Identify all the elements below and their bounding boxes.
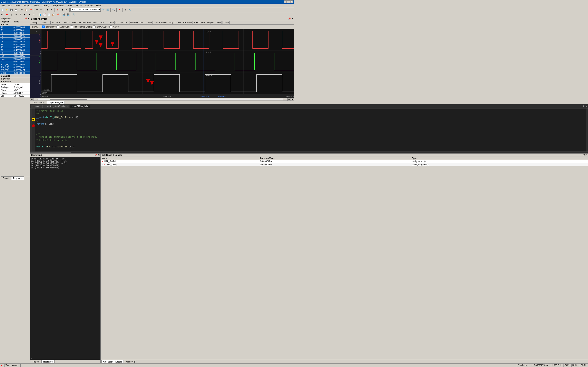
- table-row[interactable]: R80x40010800: [0, 49, 30, 52]
- minimize-button[interactable]: ─: [284, 0, 287, 3]
- table-row[interactable]: R120x4001000C: [0, 60, 30, 63]
- debug-step-over-button[interactable]: ⤾: [14, 13, 18, 17]
- menu-window[interactable]: Window: [84, 4, 94, 7]
- tab-disassembly[interactable]: Disassembly: [31, 101, 46, 104]
- la-cursor-checkbox[interactable]: [109, 25, 112, 28]
- menu-edit[interactable]: Edit: [8, 4, 13, 7]
- registers-close-icon[interactable]: ✕: [27, 17, 29, 20]
- code-scroll-thumb-h[interactable]: [30, 152, 71, 153]
- close-button[interactable]: ✕: [290, 0, 293, 3]
- table-row[interactable]: R70x40010C00: [0, 46, 30, 49]
- la-zoom-out-button[interactable]: Out: [119, 21, 124, 24]
- la-pin-icon[interactable]: 📌: [288, 17, 291, 20]
- code-content[interactable]: * @retval tick value */ __weak uint32_t …: [35, 108, 294, 151]
- la-trace-button[interactable]: Trace: [223, 21, 230, 24]
- la-showcycles-checkbox[interactable]: [93, 25, 95, 28]
- nav-back-button[interactable]: ◀: [45, 8, 49, 12]
- registers-pin-icon[interactable]: 📌: [25, 17, 27, 20]
- menu-view[interactable]: View: [15, 4, 21, 7]
- table-row[interactable]: ▶ HAL_GetTick 0x080004EA unsigned int f(…: [101, 160, 294, 163]
- view-btn-3[interactable]: 📉: [47, 13, 51, 17]
- debug-step-out-button[interactable]: ⤴: [18, 13, 22, 17]
- debug-step2-button[interactable]: ⬇: [32, 13, 36, 17]
- view-btn-4[interactable]: 📋: [51, 13, 55, 17]
- la-scrollbar[interactable]: ◀ ▶ ▶: [30, 98, 294, 100]
- cut-button[interactable]: ✂: [20, 8, 24, 12]
- la-amplitude-checkbox[interactable]: [56, 25, 59, 28]
- tab-logic-analyzer[interactable]: Logic Analyzer: [47, 101, 65, 104]
- menu-peripherals[interactable]: Peripherals: [52, 4, 65, 7]
- function-dropdown[interactable]: HAL_GPIO_EXTI_Callback: [70, 8, 101, 12]
- debug-step-in-button[interactable]: ⤵: [9, 13, 13, 17]
- la-load-button[interactable]: Load...: [41, 21, 49, 24]
- debug-run-button[interactable]: ▶: [23, 13, 27, 17]
- menu-flash[interactable]: Flash: [33, 4, 40, 7]
- grid-button[interactable]: ⊞: [123, 8, 127, 12]
- table-row[interactable]: R20x00000001: [0, 32, 30, 35]
- table-row[interactable]: R15 (PC)0x080004EA: [0, 69, 30, 72]
- la-code-button[interactable]: Code: [215, 21, 222, 24]
- la-zoom-in-button[interactable]: In: [114, 21, 118, 24]
- waveform-svg-container[interactable]: 1, d: 1 0, d: 0 0, d: -1: [42, 29, 294, 98]
- command-pin-icon[interactable]: 📌: [95, 154, 97, 156]
- save-all-button[interactable]: 💾: [14, 8, 18, 12]
- table-row[interactable]: R40x00000065: [0, 38, 30, 40]
- nav-fwd-button[interactable]: ▶: [50, 8, 54, 12]
- la-clear-button[interactable]: Clear: [175, 21, 182, 24]
- table-row[interactable]: R90x40010C00: [0, 52, 30, 55]
- la-stop-button[interactable]: Stop: [168, 21, 174, 24]
- table-row[interactable]: R14 (LR)0x08000081: [0, 66, 30, 69]
- extra-btn-1[interactable]: 🔧: [72, 13, 76, 17]
- open-file-button[interactable]: 📂: [5, 8, 9, 12]
- la-signal-info-checkbox[interactable]: [42, 25, 45, 28]
- view-btn-1[interactable]: 📊: [38, 13, 42, 17]
- mem-btn-1[interactable]: 💾: [62, 13, 66, 17]
- table-row[interactable]: R13 (SP)0x20000068: [0, 63, 30, 66]
- bookmark-next-button[interactable]: ▶: [65, 8, 69, 12]
- table-row[interactable]: + ▶ HAL_Delay 0x080002B0 void f(unsigned…: [101, 163, 294, 166]
- debug-button[interactable]: ●: [117, 8, 121, 12]
- tab-registers[interactable]: Registers: [11, 176, 24, 180]
- save-button[interactable]: 💾: [9, 8, 13, 12]
- menu-svcs[interactable]: SVCS: [75, 4, 82, 7]
- mem-btn-2[interactable]: 💾: [66, 13, 70, 17]
- cs-expand-1[interactable]: +: [102, 164, 103, 166]
- view-btn-2[interactable]: 📈: [42, 13, 46, 17]
- redo-button[interactable]: ↪: [39, 8, 43, 12]
- la-scroll-thumb[interactable]: [50, 99, 87, 100]
- table-row[interactable]: R100x08000D30: [0, 55, 30, 58]
- table-row[interactable]: R110x00000000: [0, 58, 30, 60]
- menu-project[interactable]: Project: [23, 4, 31, 7]
- undo-button[interactable]: ↩: [35, 8, 39, 12]
- la-auto-button[interactable]: Auto: [139, 21, 145, 24]
- tab-mainc[interactable]: C main.c: [31, 105, 43, 108]
- menu-tools[interactable]: Tools: [67, 4, 73, 7]
- menu-help[interactable]: Help: [95, 4, 102, 7]
- code-scrollbar-h[interactable]: [30, 151, 294, 153]
- table-row[interactable]: R10x00000001: [0, 29, 30, 32]
- browse-button[interactable]: 🔍: [101, 8, 105, 12]
- menu-file[interactable]: File: [1, 4, 6, 7]
- la-setup-button[interactable]: Setup...: [31, 21, 40, 24]
- table-row[interactable]: xPSR0x81000000: [0, 72, 30, 75]
- command-close-icon[interactable]: ✕: [98, 154, 100, 156]
- table-row[interactable]: R30x00000001: [0, 35, 30, 38]
- maximize-button[interactable]: □: [287, 0, 290, 3]
- new-file-button[interactable]: 📄: [0, 8, 4, 12]
- search-button[interactable]: 🔍: [112, 8, 116, 12]
- window-controls[interactable]: ─ □ ✕: [284, 0, 293, 3]
- la-scroll-up[interactable]: ▶: [291, 98, 294, 101]
- debug-stop-button[interactable]: ⏹: [5, 13, 9, 17]
- paste-button[interactable]: 📌: [29, 8, 33, 12]
- settings-button[interactable]: 🔧: [128, 8, 132, 12]
- la-timestamps-checkbox[interactable]: [70, 25, 73, 28]
- debug-step-button[interactable]: ⬇: [27, 13, 31, 17]
- table-row[interactable]: R60x20000000: [0, 43, 30, 46]
- tab-project[interactable]: Project: [1, 176, 11, 180]
- tab-hal[interactable]: C stm32f1xx_hal.c: [70, 105, 90, 108]
- view-btn-5[interactable]: 📌: [56, 13, 60, 17]
- la-zoom-all-button[interactable]: All: [125, 21, 130, 24]
- la-scroll-left[interactable]: ◀: [30, 98, 34, 101]
- la-scroll-right[interactable]: ▶: [287, 98, 291, 101]
- bookmark-prev-button[interactable]: ◀: [60, 8, 64, 12]
